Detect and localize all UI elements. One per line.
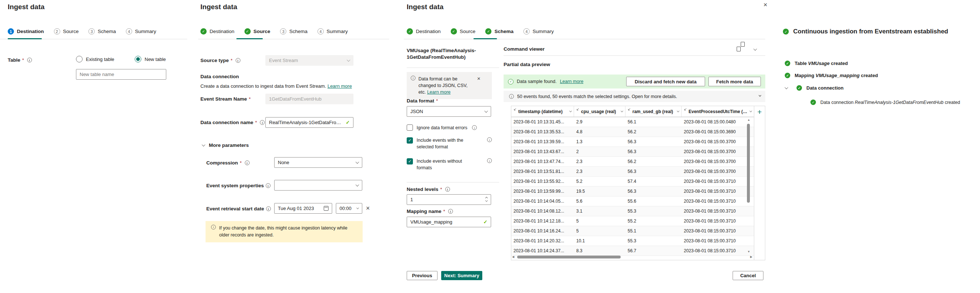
table-row[interactable]: 2023-08-01 10:13:39.59...1.356.32023-08-… [511, 137, 754, 147]
scroll-up-icon[interactable]: ▲ [747, 119, 750, 121]
chevron-down-icon[interactable] [754, 47, 757, 51]
step-number-badge: 3 [89, 28, 95, 35]
horizontal-scroll-thumb[interactable] [517, 256, 620, 258]
step-destination[interactable]: Destination [200, 28, 235, 35]
time-dropdown[interactable]: 00:00 [336, 203, 362, 214]
radio-new-table[interactable]: New table [135, 56, 166, 62]
next-summary-button[interactable]: Next: Summary [441, 271, 482, 280]
table-row[interactable]: 2023-08-01 10:13:47.74...2.356.22023-08-… [511, 157, 754, 167]
horizontal-scrollbar[interactable]: ◀ ▶ [512, 255, 752, 259]
chevron-down-icon[interactable] [677, 110, 679, 112]
column-header-timestamp[interactable]: timestamp (datetime) [511, 106, 574, 117]
checkbox-checked-icon[interactable] [407, 137, 413, 143]
step-label: Destination [210, 29, 235, 34]
column-header-ram-used[interactable]: ram_used_gb (real) [625, 106, 682, 117]
info-icon[interactable] [448, 209, 453, 214]
calendar-icon[interactable] [324, 206, 328, 211]
stepper-arrows[interactable] [485, 197, 487, 202]
previous-button[interactable]: Previous [407, 271, 438, 280]
info-icon[interactable] [260, 120, 265, 125]
learn-more-link[interactable]: Learn more [560, 79, 583, 84]
radio-icon[interactable] [76, 56, 83, 62]
chevron-down-icon[interactable] [785, 86, 788, 89]
vertical-scroll-thumb[interactable] [747, 124, 750, 203]
mapping-name-input[interactable]: VMUsage_mapping [407, 217, 491, 227]
checkbox-checked-icon[interactable] [407, 158, 413, 164]
add-column-icon[interactable]: + [757, 108, 762, 260]
close-note-icon[interactable]: × [477, 76, 480, 96]
step-schema[interactable]: 3 Schema [89, 28, 116, 35]
chevron-down-icon[interactable] [620, 110, 623, 112]
step-destination[interactable]: Destination [407, 28, 441, 35]
include-without-format-checkbox[interactable]: Include events without formats [407, 158, 492, 171]
info-icon[interactable] [445, 187, 450, 192]
column-header-event-processed[interactable]: EventProcessedUtcTime (datetime) [682, 106, 754, 117]
radio-icon-selected[interactable] [135, 56, 141, 62]
info-icon[interactable] [266, 206, 271, 211]
table-row[interactable]: 2023-08-01 10:13:35.53...4.856.22023-08-… [511, 127, 754, 137]
column-type-icon[interactable] [628, 108, 631, 111]
column-type-icon[interactable] [514, 108, 516, 111]
discard-and-fetch-button[interactable]: Discard and fetch new data [626, 77, 705, 86]
table-row[interactable]: 2023-08-01 10:14:24.37...8.356.72023-08-… [511, 246, 754, 256]
scroll-left-icon[interactable]: ◀ [512, 256, 514, 258]
step-schema[interactable]: 3 Schema [280, 28, 307, 35]
column-header-cpu-usage[interactable]: cpu_usage (real) [574, 106, 625, 117]
info-icon[interactable] [487, 158, 492, 163]
close-icon[interactable]: × [764, 2, 767, 8]
learn-more-link[interactable]: Learn more [427, 89, 451, 95]
new-table-name-input[interactable]: New table name [76, 69, 166, 80]
data-connection-name-input[interactable]: RealTimeAnalysis-1GetDataFrom... [266, 117, 353, 128]
step-destination[interactable]: 1 Destination [8, 28, 44, 35]
table-row[interactable]: 2023-08-01 10:14:04.05...5.655.62023-08-… [511, 196, 754, 206]
expand-details-icon[interactable] [759, 96, 761, 97]
step-schema[interactable]: Schema [485, 28, 514, 35]
step-source[interactable]: Source [451, 28, 476, 35]
step-summary[interactable]: 4 Summary [126, 28, 156, 35]
checkbox-icon[interactable] [407, 124, 413, 131]
learn-more-link[interactable]: Learn more [328, 83, 352, 89]
table-row[interactable]: 2023-08-01 10:14:16.24...555.12023-08-01… [511, 226, 754, 236]
info-icon[interactable] [266, 183, 270, 188]
nested-levels-stepper[interactable]: 1 [407, 194, 491, 205]
column-type-icon[interactable] [576, 108, 579, 111]
info-icon[interactable] [245, 161, 250, 165]
info-icon[interactable] [472, 125, 477, 130]
data-connection-group[interactable]: Data connection [785, 85, 843, 91]
table-row[interactable]: 2023-08-01 10:13:51.81...2.356.32023-08-… [511, 167, 754, 177]
event-system-properties-dropdown[interactable] [274, 180, 362, 191]
chevron-down-icon[interactable] [485, 199, 488, 202]
column-type-icon[interactable] [684, 108, 687, 111]
table-row[interactable]: 2023-08-01 10:13:31.45...2.956.12023-08-… [511, 117, 754, 127]
clear-date-icon[interactable]: × [366, 205, 370, 212]
info-icon[interactable] [27, 57, 32, 62]
chevron-down-icon[interactable] [569, 110, 572, 112]
step-summary[interactable]: 4 Summary [523, 28, 554, 35]
scroll-right-icon[interactable]: ▶ [750, 256, 752, 258]
cancel-button[interactable]: Cancel [733, 271, 764, 280]
step-source[interactable]: Source [245, 28, 270, 35]
include-with-format-checkbox[interactable]: Include events with the selected format [407, 137, 492, 150]
compression-dropdown[interactable]: None [274, 157, 362, 168]
time-value: 00:00 [339, 205, 355, 211]
table-row[interactable]: 2023-08-01 10:13:55.92...5.257.42023-08-… [511, 177, 754, 186]
table-row[interactable]: 2023-08-01 10:14:12.18...555.22023-08-01… [511, 216, 754, 226]
ignore-format-errors-checkbox[interactable]: Ignore data format errors [407, 124, 477, 131]
step-summary[interactable]: 4 Summary [318, 28, 348, 35]
more-parameters-toggle[interactable]: More parameters [202, 142, 249, 148]
info-icon[interactable] [235, 58, 240, 63]
date-picker-input[interactable]: Tue Aug 01 2023 [274, 203, 332, 214]
info-icon[interactable] [487, 137, 492, 142]
scroll-down-icon[interactable]: ▼ [747, 250, 750, 253]
radio-existing-table[interactable]: Existing table [76, 56, 114, 62]
vertical-scrollbar[interactable]: ▲ ▼ [746, 119, 750, 253]
table-cell: 2023-08-01 10:14:04.05... [511, 199, 574, 204]
table-row[interactable]: 2023-08-01 10:13:59.99...19.556.32023-08… [511, 186, 754, 196]
table-row[interactable]: 2023-08-01 10:13:43.67...256.32023-08-01… [511, 147, 754, 157]
table-row[interactable]: 2023-08-01 10:14:20.32...10.155.32023-08… [511, 236, 754, 246]
table-row[interactable]: 2023-08-01 10:14:08.12...3.155.32023-08-… [511, 206, 754, 216]
data-format-dropdown[interactable]: JSON [407, 106, 491, 117]
fetch-more-data-button[interactable]: Fetch more data [708, 77, 761, 86]
step-source[interactable]: 2 Source [54, 28, 79, 35]
chevron-down-icon[interactable] [749, 110, 752, 112]
